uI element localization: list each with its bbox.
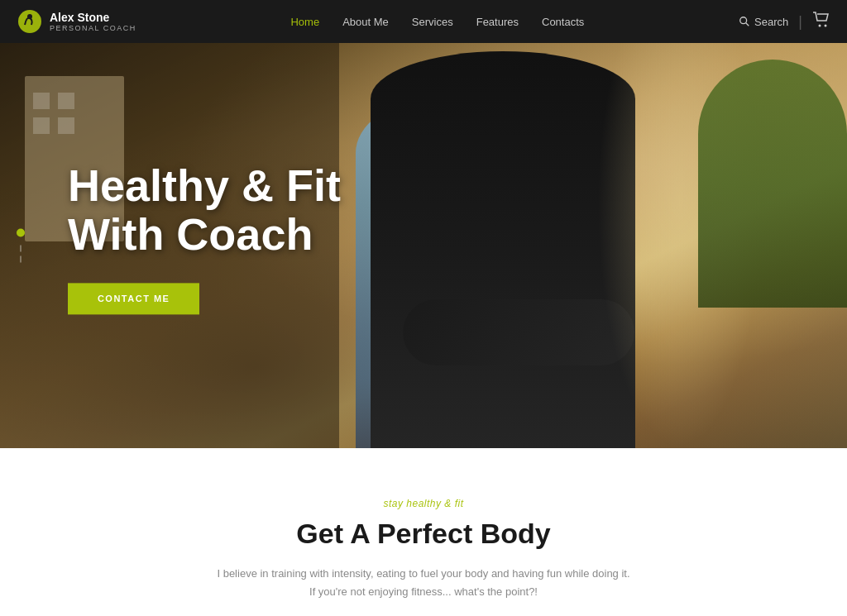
search-icon bbox=[739, 16, 750, 27]
search-label: Search bbox=[754, 16, 788, 28]
svg-point-1 bbox=[27, 14, 32, 19]
logo-subtitle: PERSONAL COACH bbox=[50, 24, 136, 32]
perfect-body-section: stay healthy & fit Get A Perfect Body I … bbox=[0, 448, 847, 616]
hero-content: Healthy & Fit With Coach CONTACT ME bbox=[68, 161, 341, 314]
cart-icon bbox=[812, 12, 830, 28]
section-title: Get A Perfect Body bbox=[17, 518, 830, 550]
svg-line-3 bbox=[746, 23, 749, 26]
logo-name: Alex Stone bbox=[50, 11, 136, 25]
search-area[interactable]: Search bbox=[739, 16, 788, 28]
header-right: Search | bbox=[739, 12, 830, 31]
nav-about[interactable]: About Me bbox=[342, 16, 389, 28]
svg-point-5 bbox=[825, 25, 827, 27]
nav-features[interactable]: Features bbox=[476, 16, 519, 28]
svg-point-0 bbox=[18, 10, 41, 33]
hero-section: Healthy & Fit With Coach CONTACT ME bbox=[0, 43, 847, 448]
figure-main-person bbox=[371, 51, 635, 448]
hero-title: Healthy & Fit With Coach bbox=[68, 161, 341, 260]
main-nav: Home About Me Services Features Contacts bbox=[290, 16, 584, 28]
svg-point-4 bbox=[819, 25, 821, 27]
section-description: I believe in training with intensity, ea… bbox=[217, 565, 630, 601]
slide-line-2 bbox=[20, 256, 22, 263]
section-subtitle: stay healthy & fit bbox=[17, 498, 830, 509]
header-divider: | bbox=[798, 13, 802, 31]
nav-contacts[interactable]: Contacts bbox=[542, 16, 584, 28]
cart-button[interactable] bbox=[812, 12, 830, 31]
slide-dot-1[interactable] bbox=[17, 229, 25, 237]
contact-me-button[interactable]: CONTACT ME bbox=[68, 283, 200, 314]
logo-icon bbox=[17, 8, 43, 35]
svg-point-2 bbox=[740, 17, 747, 24]
background-trees bbox=[698, 60, 847, 308]
nav-services[interactable]: Services bbox=[412, 16, 453, 28]
nav-home[interactable]: Home bbox=[290, 16, 319, 28]
site-header: Alex Stone PERSONAL COACH Home About Me … bbox=[0, 0, 847, 43]
logo[interactable]: Alex Stone PERSONAL COACH bbox=[17, 8, 136, 35]
slide-line-1 bbox=[20, 246, 22, 252]
slide-indicators bbox=[17, 229, 25, 263]
